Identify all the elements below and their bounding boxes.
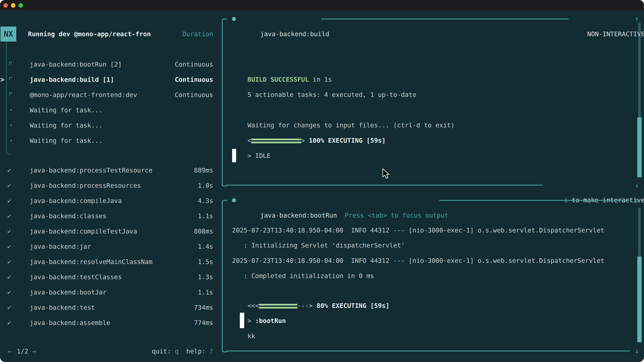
task-duration: 1.3s [198, 270, 213, 285]
quit-hint-key: q [175, 344, 178, 359]
task-row-running-build-selected[interactable]: ⠋ java-backend:build [1] Continuous [0, 72, 213, 87]
task-row-running-bootrun[interactable]: ⠋ java-backend:bootRun [2] Continuous [0, 57, 213, 72]
task-name: java-backend:bootRun [2] [30, 57, 122, 72]
progress-close: ---> [297, 302, 313, 309]
check-icon: ✔ [8, 300, 11, 315]
build-panel-scroll-up-icon[interactable]: ↑ [635, 11, 639, 26]
sidebar-header: Running dev @mono-app/react-fron Duratio… [0, 26, 213, 41]
build-panel-header: java-backend:build [245, 11, 329, 26]
bootrun-focus-hint: Press <tab> to focus output [330, 193, 448, 208]
task-name: java-backend:build [1] [30, 72, 114, 87]
bootrun-panel-header: java-backend:bootRun [245, 193, 337, 208]
task-row-done[interactable]: ✔ java-backend:test 734ms [0, 300, 213, 315]
task-name: java-backend:processTestResource [30, 163, 152, 178]
bootrun-panel-scroll-down-icon[interactable]: ↓ [635, 344, 639, 359]
task-row-done[interactable]: ✔ java-backend:compileJava 4.3s [0, 193, 213, 208]
bootrun-panel-scrollbar-thumb[interactable] [637, 257, 642, 342]
bootrun-panel-scroll-up-icon[interactable]: ↑ [635, 193, 639, 208]
task-name: java-backend:testClasses [30, 270, 122, 285]
task-duration: 808ms [194, 224, 213, 239]
task-row-done[interactable]: ✔ java-backend:assemble 774ms [0, 315, 213, 330]
page-next-arrow-icon[interactable]: → [32, 344, 36, 359]
page-prev-arrow-icon[interactable]: ← [8, 344, 12, 359]
task-duration: 4.3s [198, 193, 213, 208]
waiting-dot-icon: · [9, 133, 14, 148]
task-row-done[interactable]: ✔ java-backend:testClasses 1.3s [0, 270, 213, 285]
help-hint-label: help: [186, 344, 206, 359]
close-button[interactable] [3, 3, 8, 8]
check-icon: ✔ [8, 193, 11, 208]
progress-label: 80% EXECUTING [59s] [316, 302, 390, 309]
bootrun-panel-scrollbar-track[interactable] [639, 208, 640, 257]
window-titlebar [0, 0, 644, 10]
prompt-task: :bootRun [255, 317, 286, 325]
task-name: java-backend:processResources [30, 178, 141, 193]
task-duration: Continuous [175, 72, 213, 87]
task-duration: Continuous [175, 57, 213, 72]
build-idle-line: > IDLE [232, 133, 270, 148]
task-name: java-backend:classes [30, 209, 106, 224]
task-row-waiting[interactable]: · Waiting for task... [0, 118, 213, 133]
progress-close: > [301, 137, 305, 144]
build-progress-line: <═════════════>100% EXECUTING [59s] [232, 118, 386, 133]
build-output-line: Waiting for changes to input files... (c… [232, 103, 455, 118]
bootrun-panel-left-border [222, 203, 223, 351]
progress-label: 100% EXECUTING [59s] [309, 137, 386, 144]
task-name: @mono-app/react-frontend:dev [30, 87, 137, 102]
task-row-done[interactable]: ✔ java-backend:compileTestJava 808ms [0, 224, 213, 239]
waiting-dot-icon: · [9, 118, 14, 133]
build-terminal-cursor [232, 149, 236, 162]
task-name: java-backend:bootJar [30, 285, 106, 300]
task-duration: 1.0s [198, 178, 213, 193]
task-name: Waiting for task... [30, 103, 103, 118]
waiting-dot-icon: · [9, 103, 14, 118]
interactive-hint: i to make interactive [549, 177, 644, 193]
task-row-done[interactable]: ✔ java-backend:processResources 1.0s [0, 178, 213, 193]
build-panel-scrollbar-track[interactable] [639, 23, 640, 117]
zoom-button[interactable] [18, 3, 23, 8]
task-duration: 774ms [194, 315, 213, 330]
task-name: Waiting for task... [30, 133, 103, 148]
sidebar-footer: ← 1/2 → quit: q help: ? [0, 344, 213, 359]
task-row-done[interactable]: ✔ java-backend:bootJar 1.1s [0, 285, 213, 300]
task-name: java-backend:compileTestJava [30, 224, 137, 239]
log-line: 2025-07-23T13:40:18.950-04:00 INFO 44312… [232, 223, 604, 238]
task-row-done[interactable]: ✔ java-backend:jar 1.4s [0, 239, 213, 254]
task-row-done[interactable]: ✔ java-backend:classes 1.1s [0, 209, 213, 224]
check-icon: ✔ [8, 163, 11, 178]
task-duration: 889ms [194, 163, 213, 178]
sidebar-title: Running dev @mono-app/react-fron [28, 26, 151, 41]
build-panel-scrollbar-thumb[interactable] [637, 117, 642, 177]
minimize-button[interactable] [11, 3, 16, 8]
help-hint-key: ? [209, 344, 213, 359]
check-icon: ✔ [8, 285, 11, 300]
duration-column-header: Duration [182, 26, 213, 41]
bootrun-panel-status-dot [232, 198, 236, 202]
check-icon: ✔ [8, 270, 11, 285]
task-name: java-backend:test [30, 300, 95, 315]
log-line: : Initializing Servlet 'dispatcherServle… [232, 238, 405, 253]
task-duration: 734ms [194, 300, 213, 315]
terminal-window: NX Running dev @mono-app/react-fron Dura… [0, 0, 644, 362]
check-icon: ✔ [8, 178, 11, 193]
task-row-running-dev[interactable]: ⠋ @mono-app/react-frontend:dev Continuou… [0, 87, 213, 102]
bootrun-panel-bottom-border [226, 351, 630, 352]
spinner-icon: ⠋ [8, 57, 12, 72]
task-duration: 1.1s [198, 285, 213, 300]
task-row-waiting[interactable]: · Waiting for task... [0, 133, 213, 148]
check-icon: ✔ [8, 239, 11, 254]
task-name: java-backend:compileJava [30, 193, 122, 208]
task-row-done[interactable]: ✔ java-backend:processTestResource 889ms [0, 163, 213, 178]
build-panel-bottom-border [226, 185, 542, 186]
build-panel-scroll-down-icon[interactable]: ↓ [635, 177, 639, 193]
build-output-line: BUILD SUCCESSFUL in 1s [232, 57, 332, 72]
build-panel-header-rule [321, 18, 568, 19]
bootrun-task-line: > :bootRun [232, 298, 286, 313]
check-icon: ✔ [8, 315, 11, 330]
build-panel-status-dot [232, 17, 236, 21]
task-name: java-backend:jar [30, 239, 91, 254]
task-duration: Continuous [175, 87, 213, 102]
task-row-waiting[interactable]: · Waiting for task... [0, 103, 213, 118]
build-panel-left-border [222, 22, 223, 185]
task-row-done[interactable]: ✔ java-backend:resolveMainClassNam 1.5s [0, 254, 213, 269]
